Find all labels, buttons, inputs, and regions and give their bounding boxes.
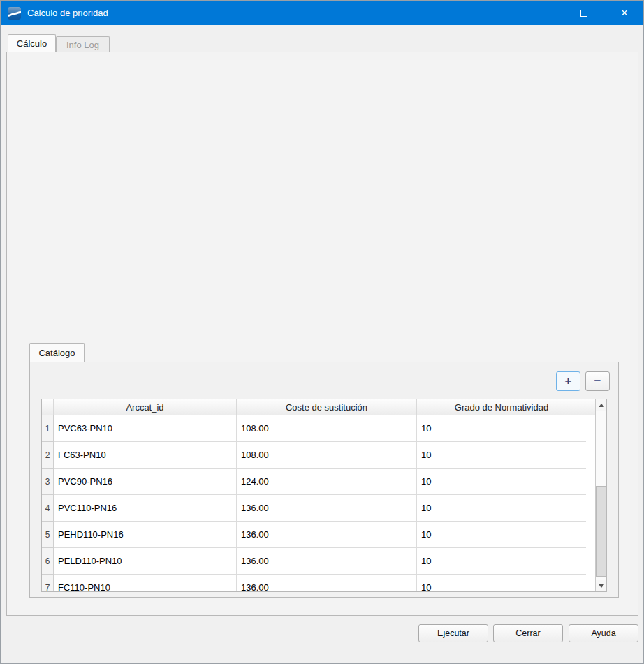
maximize-button[interactable] <box>564 1 604 25</box>
tab-calculo[interactable]: Cálculo <box>8 34 56 52</box>
arrow-down-icon <box>599 584 604 588</box>
table-body: 1 PVC63-PN10 108.00 10 2 FC63-PN10 108.0… <box>42 415 606 591</box>
ayuda-button[interactable]: Ayuda <box>569 624 638 642</box>
vertical-scrollbar[interactable] <box>595 399 606 591</box>
col-header-arccat-id[interactable]: Arccat_id <box>54 399 237 415</box>
scroll-up-button[interactable] <box>596 399 606 411</box>
minimize-button[interactable] <box>523 1 564 25</box>
cell-arccat-id[interactable]: PVC90-PN16 <box>54 469 237 495</box>
col-header-coste[interactable]: Coste de sustitución <box>237 399 417 415</box>
cell-coste[interactable]: 124.00 <box>237 469 417 495</box>
app-logo-icon <box>8 7 21 20</box>
table-row[interactable]: 3 PVC90-PN16 124.00 10 <box>42 469 606 495</box>
cell-coste[interactable]: 136.00 <box>237 495 417 522</box>
table-row[interactable]: 2 FC63-PN10 108.00 10 <box>42 442 606 469</box>
remove-row-button[interactable]: − <box>585 371 610 391</box>
cell-arccat-id[interactable]: PEHD110-PN16 <box>54 522 237 548</box>
col-header-grado[interactable]: Grado de Normatividad <box>417 399 586 415</box>
cell-arccat-id[interactable]: PVC63-PN10 <box>54 415 237 442</box>
cell-coste[interactable]: 108.00 <box>237 415 417 442</box>
cell-grado[interactable]: 10 <box>417 495 586 522</box>
add-row-button[interactable]: + <box>556 371 580 391</box>
tab-info-log[interactable]: Info Log <box>56 36 110 52</box>
cell-grado[interactable]: 10 <box>417 575 586 591</box>
cell-grado[interactable]: 10 <box>417 522 586 548</box>
cell-grado[interactable]: 10 <box>417 469 586 495</box>
maximize-icon <box>580 10 587 17</box>
arrow-up-icon <box>599 404 604 407</box>
minimize-icon <box>540 13 548 13</box>
cell-grado[interactable]: 10 <box>417 415 586 442</box>
cell-arccat-id[interactable]: PVC110-PN16 <box>54 495 237 522</box>
cell-arccat-id[interactable]: PELD110-PN10 <box>54 548 237 575</box>
table-row[interactable]: 7 FC110-PN10 136.00 10 <box>42 575 606 591</box>
cell-coste[interactable]: 136.00 <box>237 522 417 548</box>
close-button[interactable]: ✕ <box>604 1 644 25</box>
catalogo-tab-pane: + − Arccat_id Coste de sustitución Grado… <box>29 362 619 598</box>
table-row[interactable]: 5 PEHD110-PN16 136.00 10 <box>42 522 606 548</box>
table-row[interactable]: 4 PVC110-PN16 136.00 10 <box>42 495 606 522</box>
cell-coste[interactable]: 108.00 <box>237 442 417 469</box>
cell-arccat-id[interactable]: FC63-PN10 <box>54 442 237 469</box>
cell-arccat-id[interactable]: FC110-PN10 <box>54 575 237 591</box>
corner-header-cell[interactable] <box>42 399 54 415</box>
table-header: Arccat_id Coste de sustitución Grado de … <box>42 399 606 415</box>
window-title: Cálculo de prioridad <box>27 8 108 18</box>
row-number[interactable]: 6 <box>42 548 54 575</box>
row-number[interactable]: 7 <box>42 575 54 591</box>
cerrar-button[interactable]: Cerrar <box>493 624 563 642</box>
close-icon: ✕ <box>621 8 629 18</box>
row-number[interactable]: 1 <box>42 415 54 442</box>
ejecutar-button[interactable]: Ejecutar <box>418 624 488 642</box>
tab-catalogo[interactable]: Catálogo <box>29 343 85 362</box>
cell-grado[interactable]: 10 <box>417 442 586 469</box>
catalog-table: Arccat_id Coste de sustitución Grado de … <box>41 399 607 592</box>
row-number[interactable]: 4 <box>42 495 54 522</box>
scroll-down-button[interactable] <box>596 580 606 591</box>
table-row[interactable]: 6 PELD110-PN10 136.00 10 <box>42 548 606 575</box>
title-bar[interactable]: Cálculo de prioridad ✕ <box>1 1 644 25</box>
dialog-window: Cálculo de prioridad ✕ Cálculo Info Log … <box>0 0 644 664</box>
row-number[interactable]: 3 <box>42 469 54 495</box>
row-number[interactable]: 2 <box>42 442 54 469</box>
row-number[interactable]: 5 <box>42 522 54 548</box>
table-row[interactable]: 1 PVC63-PN10 108.00 10 <box>42 415 606 442</box>
cell-coste[interactable]: 136.00 <box>237 575 417 591</box>
scrollbar-thumb[interactable] <box>596 486 606 577</box>
cell-coste[interactable]: 136.00 <box>237 548 417 575</box>
cell-grado[interactable]: 10 <box>417 548 586 575</box>
